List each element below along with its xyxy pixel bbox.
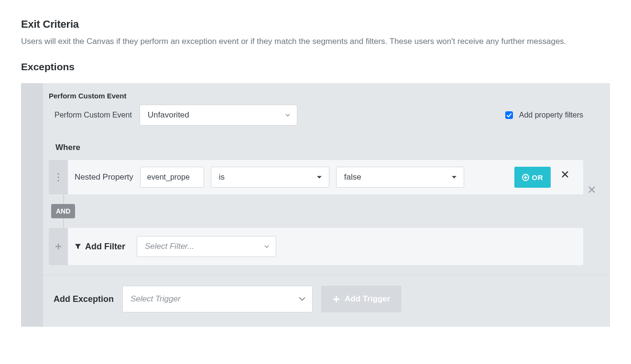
property-name-input[interactable]: [140, 167, 204, 188]
connector-line: [63, 194, 64, 204]
operator-value: is: [219, 172, 225, 182]
add-trigger-button[interactable]: Add Trigger: [321, 286, 402, 312]
value-select-value: false: [344, 172, 361, 182]
event-select-value: Unfavorited: [148, 110, 189, 120]
operator-select[interactable]: is: [211, 167, 329, 188]
caret-down-icon: [316, 176, 322, 179]
trigger-select-placeholder: Select Trigger: [131, 294, 181, 304]
event-select-label: Perform Custom Event: [49, 111, 132, 119]
event-block-title: Perform Custom Event: [49, 92, 604, 100]
delete-card-button[interactable]: [588, 186, 596, 195]
trigger-select[interactable]: Select Trigger: [122, 286, 313, 312]
funnel-icon: [75, 243, 81, 250]
filter-type-placeholder: Select Filter...: [145, 242, 194, 251]
panel-gutter: [21, 83, 43, 327]
add-filter-row: Add Filter Select Filter...: [49, 228, 583, 265]
event-select[interactable]: Unfavorited: [140, 105, 297, 126]
add-property-filters-label: Add property filters: [519, 111, 583, 119]
add-exception-label: Add Exception: [54, 294, 114, 304]
add-filter-label: Add Filter: [75, 242, 125, 252]
or-button-label: OR: [532, 173, 544, 182]
add-property-filters-toggle[interactable]: Add property filters: [503, 110, 583, 120]
drag-handle[interactable]: [49, 160, 68, 194]
value-select[interactable]: false: [336, 167, 464, 188]
and-pill: AND: [51, 204, 75, 218]
add-row-button[interactable]: [49, 228, 68, 265]
filter-row: Nested Property is false: [49, 160, 583, 194]
plus-circle-icon: [522, 174, 529, 181]
plus-icon: [333, 296, 340, 303]
connector-line: [63, 218, 64, 228]
caret-down-icon: [264, 245, 269, 248]
filter-property-label: Nested Property: [75, 172, 133, 182]
svg-point-1: [57, 177, 59, 178]
exceptions-panel: Perform Custom Event Perform Custom Even…: [21, 83, 610, 327]
svg-point-2: [57, 180, 59, 182]
close-icon: [561, 171, 569, 178]
add-exception-footer: Add Exception Select Trigger Add Trigger: [43, 275, 610, 327]
page-description: Users will exit the Canvas if they perfo…: [21, 35, 610, 48]
exceptions-heading: Exceptions: [21, 61, 610, 73]
close-icon: [588, 186, 596, 193]
filter-type-select[interactable]: Select Filter...: [137, 236, 276, 257]
add-property-filters-checkbox[interactable]: [505, 111, 513, 119]
or-button[interactable]: OR: [514, 167, 551, 188]
delete-row-button[interactable]: [561, 171, 569, 180]
add-trigger-button-label: Add Trigger: [345, 294, 390, 304]
page-title: Exit Criteria: [21, 18, 610, 31]
caret-down-icon: [451, 176, 457, 179]
plus-icon: [55, 243, 62, 250]
chevron-down-icon: [299, 297, 305, 301]
svg-point-0: [57, 173, 59, 175]
where-heading: Where: [55, 143, 604, 152]
caret-down-icon: [285, 114, 290, 117]
